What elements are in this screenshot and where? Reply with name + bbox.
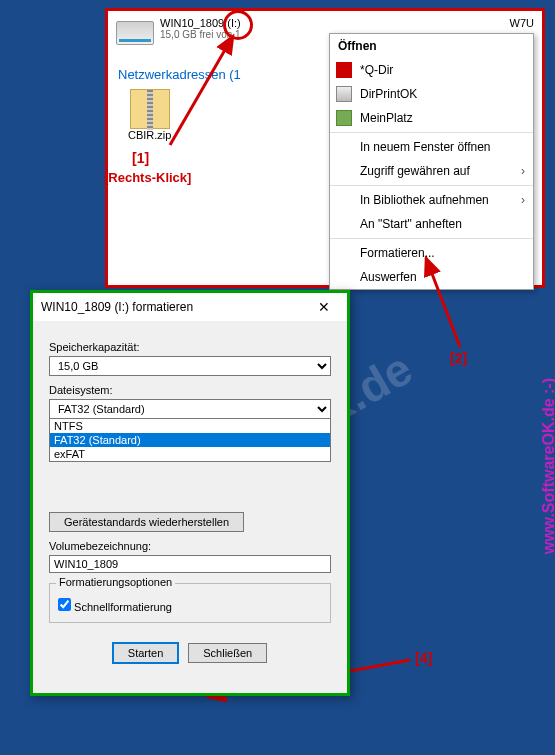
drive-name: W7U [510,17,534,29]
explorer-window: WIN10_1809 (I:) 15,0 GB frei von 1 W7U N… [105,8,545,288]
quick-format-label: Schnellformatierung [74,601,172,613]
zip-icon [130,89,170,129]
app-icon [336,86,352,102]
drive-icon [116,21,154,45]
menu-item-new-window[interactable]: In neuem Fenster öffnen [330,135,533,159]
filesystem-dropdown-list: NTFS FAT32 (Standard) exFAT [49,418,331,462]
file-item-zip[interactable]: CBIR.zip [128,89,171,141]
filesystem-option-ntfs[interactable]: NTFS [50,419,330,433]
drive-item[interactable]: WIN10_1809 (I:) 15,0 GB frei von 1 [116,17,241,45]
capacity-select[interactable]: 15,0 GB [49,356,331,376]
menu-item-grant-access[interactable]: Zugriff gewähren auf [330,159,533,183]
capacity-label: Speicherkapazität: [49,341,331,353]
close-dialog-button[interactable]: Schließen [188,643,267,663]
quick-format-checkbox[interactable] [58,598,71,611]
start-button[interactable]: Starten [113,643,178,663]
format-options-legend: Formatierungsoptionen [56,576,175,588]
annotation-4: [4] [415,650,432,666]
filesystem-select[interactable]: FAT32 (Standard) [49,399,331,419]
restore-defaults-button[interactable]: Gerätestandards wiederherstellen [49,512,244,532]
dialog-title: WIN10_1809 (I:) formatieren [41,300,193,314]
context-menu: Öffnen *Q-Dir DirPrintOK MeinPlatz In ne… [329,33,534,290]
menu-item-format[interactable]: Formatieren... [330,241,533,265]
app-icon [336,110,352,126]
menu-item-pin-start[interactable]: An "Start" anheften [330,212,533,236]
menu-item-qdir[interactable]: *Q-Dir [330,58,533,82]
annotation-2: [2] [450,350,467,366]
annotation-1: [1] [132,150,149,166]
highlight-circle [223,10,253,40]
filesystem-option-fat32[interactable]: FAT32 (Standard) [50,433,330,447]
menu-item-add-library[interactable]: In Bibliothek aufnehmen [330,188,533,212]
quick-format-row[interactable]: Schnellformatierung [58,598,322,613]
app-icon [336,62,352,78]
close-button[interactable]: ✕ [309,299,339,315]
filesystem-label: Dateisystem: [49,384,331,396]
dialog-titlebar: WIN10_1809 (I:) formatieren ✕ [33,293,347,321]
format-options-frame: Formatierungsoptionen Schnellformatierun… [49,583,331,623]
volume-label-label: Volumebezeichnung: [49,540,331,552]
watermark-side: www.SoftwareOK.de :-) [540,378,555,554]
filesystem-option-exfat[interactable]: exFAT [50,447,330,461]
format-dialog: WIN10_1809 (I:) formatieren ✕ Speicherka… [30,290,350,696]
file-name: CBIR.zip [128,129,171,141]
menu-item-eject[interactable]: Auswerfen [330,265,533,289]
network-addresses-heading: Netzwerkadressen (1 [118,67,241,82]
annotation-1-label: [Rechts-Klick] [104,170,191,185]
menu-item-dirprintok[interactable]: DirPrintOK [330,82,533,106]
volume-label-input[interactable] [49,555,331,573]
context-menu-header[interactable]: Öffnen [330,34,533,58]
menu-item-meinplatz[interactable]: MeinPlatz [330,106,533,130]
